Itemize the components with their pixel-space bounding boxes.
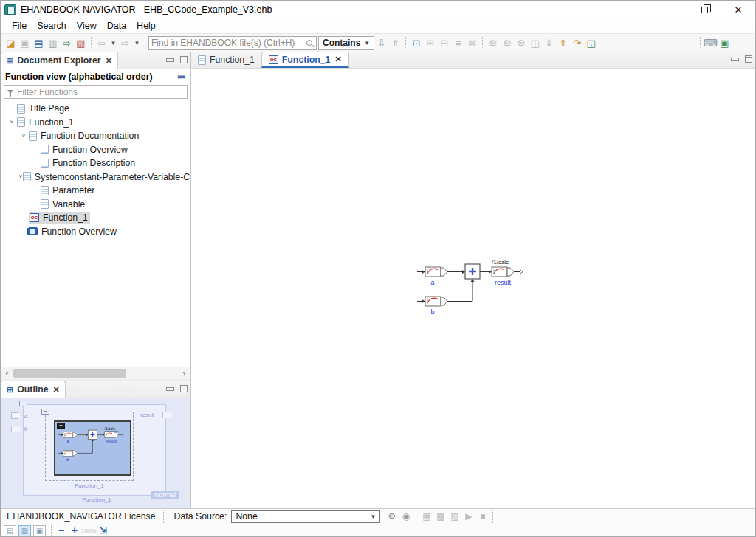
tree-item-systemconstant[interactable]: ∨ Systemconstant-Parameter-Variable-Cl: [1, 170, 190, 184]
zoom-in-button[interactable]: +: [68, 524, 81, 536]
measurement-a-icon[interactable]: ▦: [419, 510, 433, 523]
menu-data[interactable]: Data: [102, 19, 131, 32]
minimize-panel-button[interactable]: [166, 58, 174, 62]
find-input[interactable]: [151, 38, 306, 48]
zoom-out-button[interactable]: −: [55, 524, 68, 536]
tab-function-1-model[interactable]: oc Function_1 ✕: [261, 52, 349, 68]
book-view-icon[interactable]: ▥: [18, 525, 31, 536]
tree-item-function-documentation[interactable]: ∨ Function Documentation: [1, 129, 190, 143]
single-page-view-icon[interactable]: ▤: [4, 525, 16, 536]
navigate-forward-icon[interactable]: ⇨: [118, 36, 132, 50]
tree-item-function-1[interactable]: ∨ Function_1: [1, 116, 190, 130]
new-window-icon[interactable]: ◱: [584, 36, 598, 50]
maximize-panel-button[interactable]: [180, 385, 188, 392]
previous-function-icon[interactable]: ⊞: [423, 36, 437, 50]
thumbnail-view-icon[interactable]: ▣: [33, 525, 46, 536]
fit-to-screen-icon[interactable]: ⇲: [96, 524, 110, 537]
filter-functions-input[interactable]: [17, 87, 184, 97]
outline-input-port-a: [11, 412, 22, 419]
forward-dropdown-icon[interactable]: ▾: [132, 36, 142, 50]
tree-item-function-description[interactable]: Function Description: [1, 156, 190, 170]
datasource-settings-icon[interactable]: ⚙: [385, 510, 399, 523]
list-view-icon[interactable]: ≡: [451, 36, 465, 50]
panel-chrome: [166, 56, 188, 63]
model-canvas[interactable]: [191, 69, 755, 508]
port-label-a: a: [24, 412, 27, 419]
back-dropdown-icon[interactable]: ▾: [109, 36, 118, 50]
explorer-horizontal-scrollbar[interactable]: ‹ ›: [1, 367, 190, 379]
tree-item-variable[interactable]: Variable: [1, 198, 190, 212]
document-info-icon[interactable]: ▤: [32, 36, 46, 50]
visualization-icon[interactable]: ◉: [399, 510, 413, 523]
tree-item-parameter[interactable]: Parameter: [1, 184, 190, 198]
tab-function-1-document[interactable]: Function_1: [191, 52, 261, 68]
next-function-icon[interactable]: ⊟: [437, 36, 451, 50]
scroll-left-icon[interactable]: ‹: [1, 367, 13, 379]
chevron-down-icon[interactable]: ∨: [7, 119, 17, 125]
navigate-back-icon[interactable]: ⇦: [94, 36, 109, 50]
app-window-icon[interactable]: ▣: [718, 36, 732, 50]
menu-search[interactable]: Search: [32, 19, 72, 32]
collapse-icon[interactable]: −: [41, 409, 49, 415]
model-config-a-icon[interactable]: ⚙: [486, 36, 500, 50]
chevron-down-icon[interactable]: ∨: [18, 134, 29, 139]
contains-dropdown[interactable]: Contains ▼: [318, 36, 374, 50]
model-config-c-icon[interactable]: ⚙: [514, 36, 528, 50]
menu-file[interactable]: File: [7, 19, 32, 32]
measurement-c-icon[interactable]: ▨: [447, 510, 461, 523]
print-icon[interactable]: ▥: [46, 36, 60, 50]
function-diagram[interactable]: [417, 258, 528, 321]
upload-icon[interactable]: ⇑: [556, 36, 570, 50]
collapse-icon[interactable]: −: [57, 423, 65, 429]
tree-item-function-overview-chip[interactable]: Function Overview: [1, 225, 190, 239]
view-menu-icon[interactable]: ≔: [177, 72, 186, 82]
close-list-icon[interactable]: ⊠: [465, 36, 479, 50]
model-config-b-icon[interactable]: ⚙: [500, 36, 514, 50]
pdf-export-icon[interactable]: ▧: [74, 36, 88, 50]
outline-minimap[interactable]: − − − a b result Function_1 Function_: [1, 398, 190, 508]
find-previous-icon[interactable]: ⇧: [388, 36, 402, 50]
zoom-100-button[interactable]: 100%: [81, 527, 96, 534]
import-icon[interactable]: ⇓: [542, 36, 556, 50]
menu-help[interactable]: Help: [131, 19, 161, 32]
close-tab-icon[interactable]: ✕: [334, 55, 341, 64]
divider: [700, 37, 701, 49]
scroll-right-icon[interactable]: ›: [178, 367, 190, 379]
open-model-icon[interactable]: ↷: [570, 36, 584, 50]
connector-icon[interactable]: ◫: [528, 36, 542, 50]
stop-icon[interactable]: ■: [475, 510, 489, 523]
chevron-down-icon: ▼: [364, 40, 370, 46]
open-file-icon[interactable]: ◪: [4, 36, 18, 50]
restore-button[interactable]: [687, 1, 721, 18]
minimize-panel-button[interactable]: [166, 387, 174, 391]
collapse-icon[interactable]: −: [19, 401, 27, 406]
close-tab-icon[interactable]: ✕: [106, 56, 112, 66]
export-document-icon[interactable]: ⇨: [60, 36, 74, 50]
tab-outline[interactable]: ⊞ Outline ✕: [1, 381, 66, 398]
minimize-panel-button[interactable]: [731, 58, 739, 61]
minimize-button[interactable]: [653, 1, 687, 18]
outline-input-port-b: [11, 426, 22, 432]
tree-item-function-overview[interactable]: Function Overview: [1, 143, 190, 157]
save-icon[interactable]: ▣: [18, 36, 32, 50]
maximize-panel-button[interactable]: [745, 55, 752, 63]
goto-function-icon[interactable]: ⊡: [409, 36, 423, 50]
chevron-down-icon[interactable]: ∨: [18, 174, 23, 179]
tree-item-title-page[interactable]: Title Page: [1, 102, 190, 116]
datasource-select[interactable]: None ▼: [231, 510, 380, 523]
tab-document-explorer[interactable]: ≣ Document Explorer ✕: [1, 52, 118, 69]
left-panel-column: ≣ Document Explorer ✕ Function view (alp…: [1, 52, 191, 508]
measurement-b-icon[interactable]: ▩: [433, 510, 447, 523]
menu-view[interactable]: View: [72, 19, 102, 32]
port-label-b: b: [24, 426, 27, 432]
close-button[interactable]: ✕: [721, 1, 755, 18]
find-next-icon[interactable]: ⇩: [374, 36, 388, 50]
scrollbar-thumb[interactable]: [13, 369, 126, 378]
port-label-result: result: [140, 412, 155, 418]
play-icon[interactable]: ▶: [461, 510, 475, 523]
maximize-panel-button[interactable]: [180, 56, 188, 63]
search-icon[interactable]: [306, 40, 312, 46]
keyboard-shortcuts-icon[interactable]: ⌨: [704, 36, 718, 50]
tree-item-function-1-model[interactable]: oc Function_1: [1, 211, 190, 225]
close-tab-icon[interactable]: ✕: [53, 385, 60, 395]
